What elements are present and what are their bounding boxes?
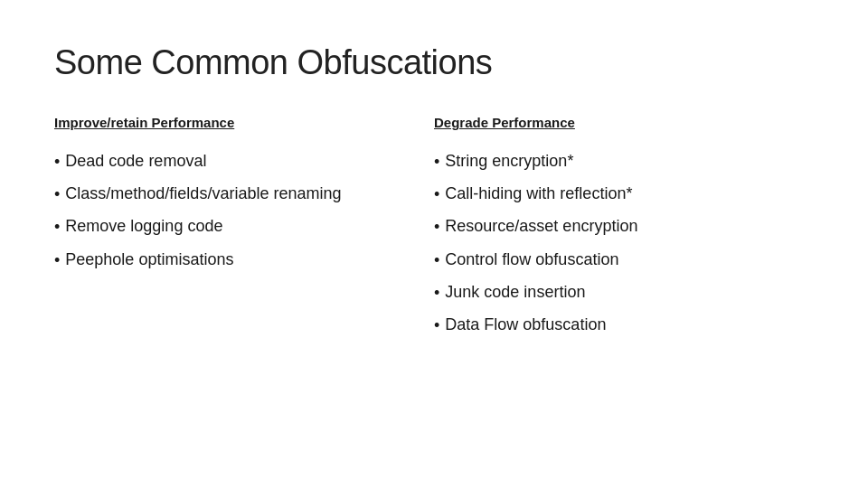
list-item: • Peephole optimisations: [54, 249, 434, 272]
bullet-text: Dead code removal: [65, 150, 434, 173]
bullet-dot: •: [54, 183, 60, 206]
bullet-text: Control flow obfuscation: [445, 249, 814, 271]
bullet-dot: •: [54, 249, 60, 272]
bullet-text: Remove logging code: [65, 215, 434, 238]
left-bullet-list: • Dead code removal • Class/method/field…: [54, 150, 434, 272]
right-bullet-list: • String encryption* • Call-hiding with …: [434, 150, 814, 337]
bullet-text: Data Flow obfuscation: [445, 314, 814, 336]
list-item: • String encryption*: [434, 150, 814, 174]
bullet-dot: •: [54, 216, 60, 239]
bullet-dot: •: [54, 151, 60, 174]
bullet-dot: •: [434, 151, 439, 174]
bullet-dot: •: [434, 314, 439, 337]
bullet-dot: •: [434, 249, 439, 272]
columns-container: Improve/retain Performance • Dead code r…: [54, 115, 814, 452]
bullet-text: String encryption*: [445, 150, 814, 173]
bullet-dot: •: [434, 183, 439, 206]
bullet-dot: •: [434, 216, 439, 239]
bullet-text: Call-hiding with reflection*: [445, 183, 814, 205]
bullet-text: Resource/asset encryption: [445, 215, 814, 238]
list-item: • Remove logging code: [54, 215, 434, 239]
right-column-header: Degrade Performance: [434, 115, 814, 130]
slide-title: Some Common Obfuscations: [54, 43, 814, 82]
bullet-text: Peephole optimisations: [65, 249, 434, 271]
bullet-dot: •: [434, 282, 439, 305]
list-item: • Control flow obfuscation: [434, 249, 814, 272]
left-column-header: Improve/retain Performance: [54, 115, 434, 130]
bullet-text: Junk code insertion: [445, 281, 814, 304]
list-item: • Junk code insertion: [434, 281, 814, 305]
list-item: • Class/method/fields/variable renaming: [54, 183, 434, 206]
right-column: Degrade Performance • String encryption*…: [434, 115, 814, 452]
left-column: Improve/retain Performance • Dead code r…: [54, 115, 434, 452]
list-item: • Dead code removal: [54, 150, 434, 174]
slide: Some Common Obfuscations Improve/retain …: [0, 0, 868, 488]
list-item: • Data Flow obfuscation: [434, 314, 814, 337]
bullet-text: Class/method/fields/variable renaming: [65, 183, 434, 205]
list-item: • Resource/asset encryption: [434, 215, 814, 239]
list-item: • Call-hiding with reflection*: [434, 183, 814, 206]
